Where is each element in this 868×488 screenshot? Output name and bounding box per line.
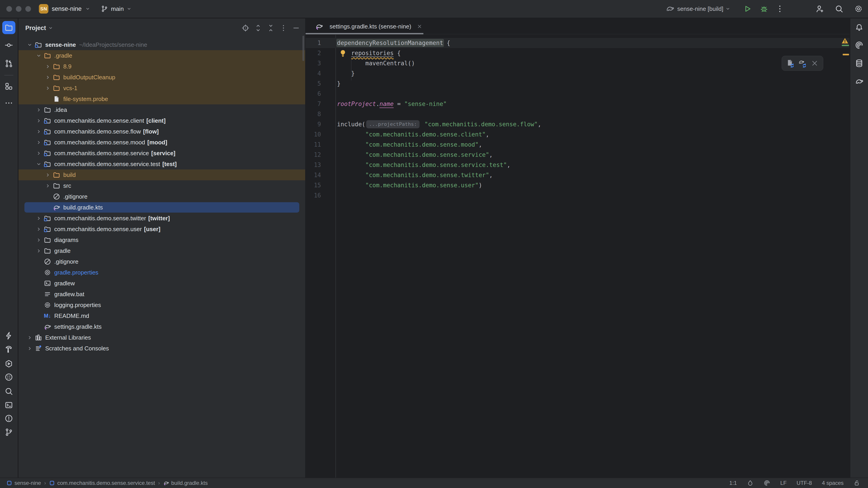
close-window-button[interactable]	[6, 6, 12, 12]
panel-title[interactable]: Project	[25, 25, 46, 32]
tree-item-gradle[interactable]: .gradle	[19, 50, 305, 61]
inspections-widget[interactable]	[841, 37, 849, 55]
ai-assistant-tool-button[interactable]	[854, 40, 864, 51]
tree-item-logging-properties[interactable]: logging.properties	[19, 300, 305, 311]
tree-item-scratches-and-consoles[interactable]: Scratches and Consoles	[19, 343, 305, 354]
code-line-3[interactable]: 3 mavenCentral()	[306, 58, 849, 68]
chevron-right-icon[interactable]	[43, 62, 52, 71]
code-line-9[interactable]: 9include(...projectPaths: "com.mechaniti…	[306, 119, 849, 129]
project-tree[interactable]: sense-nine~/IdeaProjects/sense-nine.grad…	[19, 39, 305, 354]
chevron-right-icon[interactable]	[34, 138, 43, 147]
tree-item-idea[interactable]: .idea	[19, 104, 305, 115]
debug-button[interactable]	[760, 4, 769, 13]
tree-item-sense-nine[interactable]: sense-nine~/IdeaProjects/sense-nine	[19, 39, 305, 50]
chevron-right-icon[interactable]	[25, 333, 34, 342]
tree-item-com-mechanitis-demo-sense-user[interactable]: com.mechanitis.demo.sense.user[user]	[19, 224, 305, 234]
tree-item-gradle-properties[interactable]: gradle.properties	[19, 267, 305, 278]
project-folder-tool-button[interactable]	[2, 21, 16, 34]
run-button[interactable]	[743, 4, 752, 13]
branch-name[interactable]: main	[111, 5, 124, 12]
code-line-13[interactable]: 13 "com.mechanitis.demo.sense.service.te…	[306, 160, 849, 170]
gradle-tool-button[interactable]	[854, 76, 864, 87]
chevron-right-icon[interactable]	[43, 170, 52, 179]
chevron-right-icon[interactable]	[34, 236, 43, 244]
ai-assistant-status-widget[interactable]	[764, 480, 770, 486]
chevron-right-icon[interactable]	[34, 127, 43, 136]
tree-item-gradlew-bat[interactable]: gradlew.bat	[19, 289, 305, 300]
code-line-4[interactable]: 4 }	[306, 68, 849, 78]
minimize-window-button[interactable]	[16, 6, 22, 12]
chevron-right-icon[interactable]	[34, 247, 43, 255]
pull-requests-tool-button[interactable]	[4, 58, 14, 69]
close-tab-icon[interactable]	[416, 24, 423, 29]
line-separator-widget[interactable]: LF	[780, 480, 786, 486]
tree-item-vcs-1[interactable]: vcs-1	[19, 83, 305, 94]
collapse-all-button[interactable]	[267, 24, 275, 32]
code-line-14[interactable]: 14 "com.mechanitis.demo.sense.twitter",	[306, 170, 849, 180]
tree-item-com-mechanitis-demo-sense-mood[interactable]: com.mechanitis.demo.sense.mood[mood]	[19, 137, 305, 148]
project-name[interactable]: sense-nine	[52, 5, 82, 12]
chevron-right-icon[interactable]	[34, 149, 43, 158]
macos-traffic-lights[interactable]	[6, 6, 31, 12]
chevron-right-icon[interactable]	[34, 225, 43, 233]
code-line-6[interactable]: 6	[306, 89, 849, 99]
chevron-right-icon[interactable]	[43, 182, 52, 190]
read-write-status-widget[interactable]	[854, 480, 860, 486]
dismiss-button[interactable]	[810, 59, 819, 68]
code-line-2[interactable]: 2 repositories {	[306, 48, 849, 58]
tree-item-buildoutputcleanup[interactable]: buildOutputCleanup	[19, 72, 305, 83]
zoom-window-button[interactable]	[25, 6, 31, 12]
hide-button[interactable]	[292, 24, 300, 32]
tree-item-com-mechanitis-demo-sense-flow[interactable]: com.mechanitis.demo.sense.flow[flow]	[19, 126, 305, 137]
load-gradle-changes-button[interactable]	[798, 59, 807, 68]
load-file-changes-button[interactable]	[786, 59, 795, 68]
services-tool-button[interactable]	[4, 359, 14, 369]
code-line-10[interactable]: 10 "com.mechanitis.demo.sense.client",	[306, 129, 849, 140]
tree-item-diagrams[interactable]: diagrams	[19, 234, 305, 246]
tree-item-src[interactable]: src	[19, 180, 305, 191]
coverage-tool-button[interactable]	[4, 372, 14, 382]
code-line-7[interactable]: 7rootProject.name = "sense-nine"	[306, 99, 849, 109]
commit-tool-button[interactable]	[4, 40, 14, 51]
tree-item-gradlew[interactable]: gradlew	[19, 278, 305, 289]
select-opened-file-button[interactable]	[241, 24, 250, 32]
tree-item-readme-md[interactable]: M↓README.md	[19, 311, 305, 321]
chevron-down-icon[interactable]	[25, 40, 34, 49]
tree-item-gitignore[interactable]: .gitignore	[19, 256, 305, 267]
chevron-right-icon[interactable]	[34, 214, 43, 223]
build-tool-button[interactable]	[4, 344, 14, 355]
scrollbar-thumb[interactable]	[303, 36, 304, 61]
editor-tab-settings-gradle-kts[interactable]: settings.gradle.kts (sense-nine)	[306, 19, 429, 34]
chevron-right-icon[interactable]	[43, 84, 52, 92]
code-line-8[interactable]: 8	[306, 109, 849, 119]
highlighting-level-widget[interactable]	[747, 480, 754, 486]
tree-item-com-mechanitis-demo-sense-client[interactable]: com.mechanitis.demo.sense.client[client]	[19, 115, 305, 126]
version-control-tool-button[interactable]	[4, 427, 14, 437]
intention-lightbulb-icon[interactable]	[339, 49, 347, 58]
tree-item-gitignore[interactable]: .gitignore	[19, 191, 305, 202]
find-tool-button[interactable]	[4, 386, 14, 396]
file-encoding-widget[interactable]: UTF-8	[797, 480, 812, 486]
chevron-right-icon[interactable]	[43, 73, 52, 82]
terminal-tool-button[interactable]	[4, 400, 14, 410]
search-everywhere-button[interactable]	[835, 4, 844, 13]
breadcrumb-item-sense-nine[interactable]: sense-nine	[6, 480, 41, 486]
notifications-tool-button[interactable]	[854, 22, 864, 33]
project-avatar[interactable]: SN	[39, 4, 49, 13]
caret-position-widget[interactable]: 1:1	[730, 480, 737, 486]
chevron-down-icon[interactable]	[34, 160, 43, 168]
tree-item-settings-gradle-kts[interactable]: settings.gradle.kts	[19, 321, 305, 332]
code-line-16[interactable]: 16	[306, 191, 849, 201]
run-configuration-selector[interactable]: sense-nine [build]	[677, 5, 723, 12]
expand-all-button[interactable]	[254, 24, 262, 32]
more-actions-button[interactable]	[775, 4, 784, 13]
settings-button[interactable]	[854, 4, 863, 13]
tree-item-build[interactable]: build	[19, 169, 305, 180]
problems-tool-button[interactable]	[4, 413, 14, 424]
vcs-branch-widget[interactable]: main	[101, 0, 132, 18]
tree-item-com-mechanitis-demo-sense-service[interactable]: com.mechanitis.demo.sense.service[servic…	[19, 148, 305, 159]
code-line-12[interactable]: 12 "com.mechanitis.demo.sense.service",	[306, 150, 849, 160]
chevron-down-icon[interactable]	[34, 51, 43, 60]
project-widget[interactable]: SN sense-nine	[39, 0, 90, 18]
breadcrumb-item-com-mechanitis-demo-sense-service-test[interactable]: com.mechanitis.demo.sense.service.test	[49, 480, 155, 486]
